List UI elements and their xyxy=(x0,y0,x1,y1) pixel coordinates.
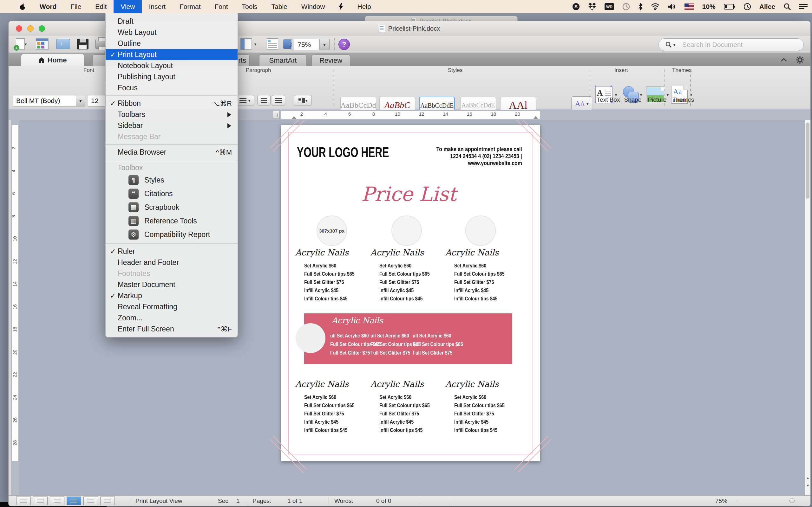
section-value: 1 xyxy=(236,498,240,504)
menubar-user-name[interactable]: Alice xyxy=(759,3,775,10)
menubar-item-word[interactable]: Word xyxy=(33,0,63,13)
zoom-slider-thumb[interactable] xyxy=(790,498,795,503)
service-price-list: Set Acrylic $60Full Set Colour tips $65F… xyxy=(379,393,430,435)
menubar-item-file[interactable]: File xyxy=(63,0,88,13)
menubar-item-format[interactable]: Format xyxy=(172,0,208,13)
line-spacing-button[interactable]: ▾ xyxy=(236,95,254,106)
menubar-item-view[interactable]: View xyxy=(113,0,142,13)
save-button[interactable] xyxy=(76,38,90,50)
gear-icon[interactable] xyxy=(796,56,804,64)
chevron-down-icon[interactable]: ▼ xyxy=(76,95,85,106)
notification-list-icon[interactable] xyxy=(799,3,808,10)
menu-item-reference-tools[interactable]: ▥Reference Tools xyxy=(106,214,238,228)
menubar-item-font[interactable]: Font xyxy=(208,0,235,13)
tab-review[interactable]: Review xyxy=(311,55,350,66)
wd-icon[interactable]: WD xyxy=(605,3,614,10)
menu-item-toolbars[interactable]: Toolbars xyxy=(106,109,238,120)
menu-item-label: Notebook Layout xyxy=(118,61,173,70)
skype-icon[interactable]: S xyxy=(572,3,580,10)
image-placeholder-circle[interactable] xyxy=(392,216,422,246)
help-button[interactable]: ? xyxy=(339,39,350,50)
price-line: Full Set Colour tips $65 xyxy=(379,270,430,278)
indent-marker-left[interactable] xyxy=(292,116,296,119)
menubar-item-tools[interactable]: Tools xyxy=(235,0,264,13)
apple-menu[interactable] xyxy=(13,0,33,13)
template-gallery-button[interactable] xyxy=(35,38,49,50)
scroll-down-button[interactable]: ▼ xyxy=(805,482,811,489)
draft-view-button[interactable] xyxy=(16,497,31,505)
menubar-item-help[interactable]: Help xyxy=(350,0,378,13)
tab-home[interactable]: Home xyxy=(21,54,84,66)
menu-item-styles[interactable]: ¶Styles xyxy=(106,173,238,187)
time-machine-icon[interactable] xyxy=(622,3,630,10)
forms-button[interactable] xyxy=(266,38,279,50)
menu-item-master-document[interactable]: Master Document xyxy=(106,279,238,290)
collapse-ribbon-icon[interactable] xyxy=(780,57,788,62)
menu-item-reveal-formatting[interactable]: Reveal Formatting xyxy=(106,301,238,313)
menu-item-draft[interactable]: Draft xyxy=(106,16,238,27)
battery-icon[interactable] xyxy=(724,3,735,10)
menu-item-web-layout[interactable]: Web Layout xyxy=(106,27,238,38)
menu-item-compatibility-report[interactable]: ⚙Compatibility Report xyxy=(106,228,238,241)
menu-item-scrapbook[interactable]: ▦Scrapbook xyxy=(106,201,238,214)
zoom-combo[interactable]: 75% ▼ xyxy=(294,39,329,50)
ruler-number: 14 xyxy=(443,111,448,117)
menu-item-focus[interactable]: Focus xyxy=(106,82,238,94)
menubar-item-insert[interactable]: Insert xyxy=(142,0,172,13)
search-box[interactable]: ▾ xyxy=(658,38,804,51)
new-document-button[interactable]: + ▾ xyxy=(13,38,30,50)
font-name-combo[interactable]: Bell MT (Body) ▼ xyxy=(13,95,85,107)
volume-icon[interactable] xyxy=(668,3,676,10)
clock-icon[interactable] xyxy=(744,3,751,10)
change-styles-button[interactable]: AA ▾ xyxy=(571,96,592,111)
print-layout-view-button[interactable] xyxy=(67,497,81,505)
menu-item-ribbon[interactable]: ✓Ribbon⌥⌘R xyxy=(106,98,238,109)
menu-item-sidebar[interactable]: Sidebar xyxy=(106,120,238,131)
tab-selector[interactable]: ⊣ xyxy=(273,111,280,119)
focus-view-button[interactable] xyxy=(100,497,115,505)
image-placeholder-circle[interactable] xyxy=(465,216,496,246)
menu-item-outline[interactable]: Outline xyxy=(106,38,238,49)
scrollbar-thumb[interactable] xyxy=(806,123,809,199)
menu-item-media-browser[interactable]: Media Browser^⌘M xyxy=(106,147,238,158)
chevron-down-icon[interactable]: ▼ xyxy=(319,39,329,50)
us-flag-icon[interactable] xyxy=(684,3,694,10)
vertical-ruler[interactable]: 246810121416182022242628 xyxy=(11,120,19,496)
menubar-item-table[interactable]: Table xyxy=(264,0,294,13)
vertical-scrollbar[interactable]: ▲ ▼ xyxy=(805,120,810,496)
bluetooth-icon[interactable] xyxy=(638,3,643,10)
menu-item-markup[interactable]: ✓Markup xyxy=(106,290,238,301)
scroll-up-button[interactable]: ▲ xyxy=(805,474,811,482)
media-button[interactable]: ♪ xyxy=(281,38,295,50)
columns-button[interactable]: ▾ xyxy=(294,95,312,106)
menu-item-enter-full-screen[interactable]: Enter Full Screen^⌘F xyxy=(106,324,238,335)
indent-marker-right[interactable] xyxy=(534,116,538,119)
outline-view-button[interactable] xyxy=(33,497,48,505)
indent-decrease-button[interactable] xyxy=(257,95,270,106)
menubar-item-edit[interactable]: Edit xyxy=(88,0,113,13)
menu-item-notebook-layout[interactable]: Notebook Layout xyxy=(106,60,238,71)
open-button[interactable]: ↓ xyxy=(55,38,71,50)
wifi-icon[interactable] xyxy=(651,3,660,10)
spotlight-icon[interactable] xyxy=(783,3,791,10)
menu-item-ruler[interactable]: ✓Ruler xyxy=(106,246,238,257)
menu-item-print-layout[interactable]: ✓Print Layout xyxy=(106,49,238,60)
menu-item-zoom-[interactable]: Zoom... xyxy=(106,313,238,324)
format-button[interactable]: ▾ xyxy=(238,38,258,50)
publishing-view-button[interactable] xyxy=(50,497,64,505)
tab-smartart[interactable]: SmartArt xyxy=(259,55,307,66)
search-input[interactable] xyxy=(681,41,803,49)
image-placeholder-circle[interactable]: 307x307 px xyxy=(316,216,347,246)
flash-icon[interactable] xyxy=(332,0,350,13)
document-page[interactable]: YOUR LOGO HERE To make an appointment pl… xyxy=(281,125,540,461)
menu-item-publishing-layout[interactable]: Publishing Layout xyxy=(106,71,238,82)
dropbox-icon[interactable] xyxy=(588,3,596,10)
indent-increase-button[interactable] xyxy=(272,95,285,106)
ruler-number: 16 xyxy=(467,111,472,117)
menu-item-citations[interactable]: ❝Citations xyxy=(106,187,238,201)
search-icon[interactable]: ▾ xyxy=(659,41,681,48)
menu-item-header-and-footer[interactable]: Header and Footer xyxy=(106,257,238,268)
zoom-slider[interactable] xyxy=(736,501,798,501)
notebook-view-button[interactable] xyxy=(84,497,98,505)
menubar-item-window[interactable]: Window xyxy=(294,0,332,13)
